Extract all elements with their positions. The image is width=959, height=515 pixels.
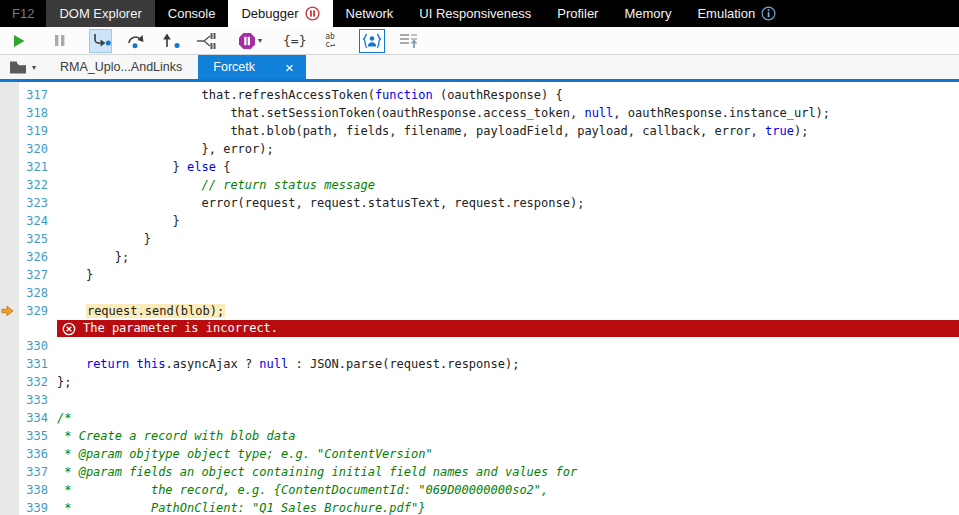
tab-profiler[interactable]: Profiler (544, 0, 611, 27)
pretty-print-button[interactable]: {=} (283, 29, 306, 53)
code-text: * the record, e.g. {ContentDocumentId: "… (57, 481, 959, 499)
line-number: 320 (19, 140, 57, 158)
line-number: 334 (19, 409, 57, 427)
code-text: * Create a record with blob data (57, 427, 959, 445)
breakpoint-gutter-cell[interactable] (0, 158, 19, 176)
step-into-button[interactable] (89, 29, 112, 53)
devtools-tab-bar: F12 DOM ExplorerConsoleDebuggerNetworkUI… (0, 0, 959, 27)
breakpoint-gutter-cell[interactable] (0, 355, 19, 373)
breakpoint-gutter-cell[interactable] (0, 373, 19, 391)
breakpoint-gutter-cell[interactable] (0, 481, 19, 499)
tab-emulation[interactable]: Emulation (684, 0, 789, 27)
breakpoint-gutter-cell[interactable] (0, 248, 19, 266)
break-on-new-worker-button[interactable] (194, 29, 217, 53)
pretty-print-icon: {=} (283, 33, 306, 48)
step-out-button[interactable] (159, 29, 182, 53)
file-tab-forcetk[interactable]: Forcetk × (198, 55, 305, 79)
breakpoint-gutter-cell[interactable] (0, 337, 19, 355)
line-number: 327 (19, 266, 57, 284)
breakpoint-gutter-cell (0, 320, 19, 337)
file-tab-label: RMA_Uplo...AndLinks (60, 60, 182, 74)
code-line: 335 * Create a record with blob data (0, 427, 959, 445)
step-into-icon (91, 33, 111, 49)
breakpoint-gutter-cell[interactable] (0, 212, 19, 230)
code-line: 322 // return status message (0, 176, 959, 194)
tab-memory[interactable]: Memory (611, 0, 684, 27)
current-line-arrow-icon (1, 305, 14, 317)
code-text: }, error); (57, 140, 959, 158)
line-number: 330 (19, 337, 57, 355)
breakpoint-gutter-cell[interactable] (0, 427, 19, 445)
code-area[interactable]: 317 that.refreshAccessToken(function (oa… (0, 82, 959, 515)
word-wrap-icon: abc↵ (325, 33, 335, 49)
f12-logo: F12 (0, 0, 46, 27)
tab-dom-explorer[interactable]: DOM Explorer (46, 0, 154, 27)
line-number: 319 (19, 122, 57, 140)
tab-label: UI Responsiveness (419, 6, 531, 21)
code-text: }; (57, 248, 959, 266)
line-number: 331 (19, 355, 57, 373)
breakpoint-gutter-cell[interactable] (0, 86, 19, 104)
file-tab-label: Forcetk (213, 60, 255, 74)
continue-button[interactable] (7, 29, 30, 53)
line-number: 321 (19, 158, 57, 176)
file-tab-rma-upload[interactable]: RMA_Uplo...AndLinks (44, 55, 198, 79)
code-text: return this.asyncAjax ? null : JSON.pars… (57, 355, 959, 373)
word-wrap-button[interactable]: abc↵ (318, 29, 341, 53)
breakpoint-gutter-cell[interactable] (0, 409, 19, 427)
breakpoint-gutter-cell[interactable] (0, 194, 19, 212)
breakpoint-gutter-cell[interactable] (0, 391, 19, 409)
folder-icon (9, 61, 27, 74)
breakpoint-gutter-cell[interactable] (0, 445, 19, 463)
breakpoint-gutter-cell[interactable] (0, 122, 19, 140)
error-row: The parameter is incorrect. (0, 320, 959, 337)
code-text: } (57, 230, 959, 248)
step-over-button[interactable] (124, 29, 147, 53)
source-maps-icon (399, 33, 419, 49)
tab-ui-responsiveness[interactable]: UI Responsiveness (406, 0, 544, 27)
code-text: * @param objtype object type; e.g. "Cont… (57, 445, 959, 463)
source-maps-button[interactable] (397, 29, 420, 53)
change-exception-behavior-button[interactable]: ▾ (235, 29, 265, 53)
open-document-button[interactable]: ▾ (0, 55, 44, 79)
line-number: 326 (19, 248, 57, 266)
line-number: 333 (19, 391, 57, 409)
code-text: that.blob(path, fields, filename, payloa… (57, 122, 959, 140)
code-text: } (57, 266, 959, 284)
breakpoint-gutter-cell[interactable] (0, 104, 19, 122)
breakpoint-gutter-cell[interactable] (0, 284, 19, 302)
code-line: 329 request.send(blob); (0, 302, 959, 320)
break-button[interactable] (48, 29, 71, 53)
line-number: 337 (19, 463, 57, 481)
tab-label: Memory (624, 6, 671, 21)
breakpoint-gutter-cell[interactable] (0, 140, 19, 158)
code-line: 337 * @param fields an object containing… (0, 463, 959, 481)
tab-network[interactable]: Network (333, 0, 407, 27)
step-out-icon (161, 33, 181, 49)
error-message-text: The parameter is incorrect. (83, 320, 278, 337)
breakpoint-gutter-cell[interactable] (0, 499, 19, 515)
breakpoint-gutter-cell[interactable] (0, 266, 19, 284)
code-text (57, 284, 959, 302)
code-text: } else { (57, 158, 959, 176)
line-number: 336 (19, 445, 57, 463)
debugger-paused-icon (305, 6, 320, 21)
line-number: 325 (19, 230, 57, 248)
chevron-down-icon: ▾ (258, 36, 262, 45)
breakpoint-gutter-cell[interactable] (0, 230, 19, 248)
close-icon[interactable]: × (285, 60, 294, 75)
pause-icon (54, 34, 66, 47)
breakpoint-gutter-cell[interactable] (0, 463, 19, 481)
code-line: 339 * PathOnClient: "Q1 Sales Brochure.p… (0, 499, 959, 515)
chevron-down-icon: ▾ (32, 63, 36, 72)
step-over-icon (126, 33, 146, 49)
tab-debugger[interactable]: Debugger (228, 0, 332, 27)
line-number: 317 (19, 86, 57, 104)
code-text: // return status message (57, 176, 959, 194)
breakpoint-gutter-cell[interactable] (0, 176, 19, 194)
breakpoint-gutter-cell[interactable] (0, 302, 19, 320)
debug-just-my-code-button[interactable] (359, 29, 385, 53)
code-text (57, 337, 959, 355)
just-my-code-icon (362, 33, 382, 49)
tab-console[interactable]: Console (155, 0, 229, 27)
